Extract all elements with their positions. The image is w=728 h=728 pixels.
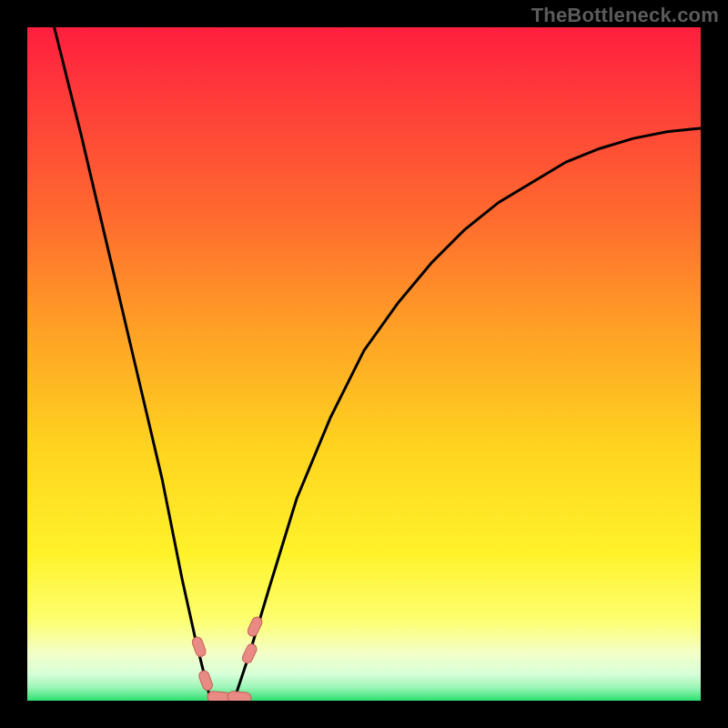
gradient-background <box>27 27 701 701</box>
bottleneck-chart <box>27 27 701 701</box>
chart-frame <box>27 27 701 701</box>
watermark-text: TheBottleneck.com <box>531 4 719 27</box>
